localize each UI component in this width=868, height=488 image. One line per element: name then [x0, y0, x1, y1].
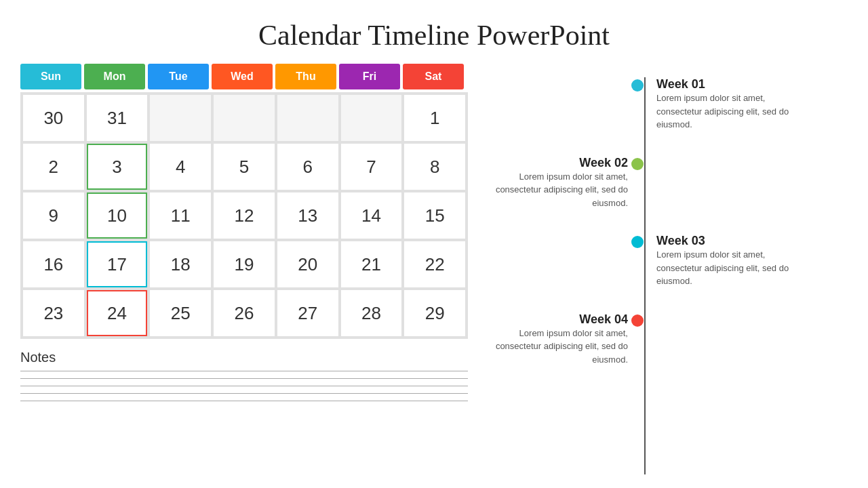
- calendar-cell[interactable]: 8: [404, 144, 465, 190]
- calendar-cell[interactable]: 10: [87, 192, 148, 239]
- notes-lines: [20, 371, 468, 401]
- timeline-dot: [631, 314, 644, 327]
- calendar-grid: 3031123456789101112131415161718192021222…: [20, 92, 468, 339]
- calendar-cell[interactable]: [150, 95, 211, 141]
- calendar-cell[interactable]: [277, 95, 338, 141]
- page-title: Calendar Timeline PowerPoint: [0, 0, 868, 64]
- right-section: Week 01Lorem ipsum dolor sit amet, conse…: [481, 64, 848, 488]
- calendar-cell[interactable]: 25: [150, 290, 211, 336]
- calendar-cell[interactable]: [341, 95, 402, 141]
- calendar-cell[interactable]: 28: [341, 290, 402, 336]
- calendar-cell[interactable]: 3: [87, 144, 148, 190]
- timeline-item: Week 02Lorem ipsum dolor sit amet, conse…: [495, 156, 848, 210]
- calendar-cell[interactable]: 1: [404, 95, 465, 141]
- notes-label: Notes: [20, 350, 468, 365]
- calendar-cell[interactable]: 11: [150, 192, 211, 239]
- timeline-week-label: Week 02: [495, 156, 628, 170]
- calendar-cell[interactable]: 4: [150, 144, 211, 190]
- calendar-cell[interactable]: 7: [341, 144, 402, 190]
- calendar-cell[interactable]: 6: [277, 144, 338, 190]
- calendar-cell[interactable]: 13: [277, 192, 338, 239]
- timeline-item: Week 03Lorem ipsum dolor sit amet, conse…: [495, 234, 848, 288]
- calendar-cell[interactable]: 5: [214, 144, 275, 190]
- timeline-description: Lorem ipsum dolor sit amet, consectetur …: [656, 92, 792, 131]
- timeline-text: Week 03Lorem ipsum dolor sit amet, conse…: [650, 234, 792, 288]
- left-section: Sun Mon Tue Wed Thu Fri Sat 303112345678…: [20, 64, 468, 488]
- timeline-text: Week 01Lorem ipsum dolor sit amet, conse…: [650, 77, 792, 131]
- notes-line: [20, 386, 468, 386]
- calendar-cell[interactable]: [214, 95, 275, 141]
- calendar-cell[interactable]: 31: [87, 95, 148, 141]
- day-header-sun: Sun: [20, 64, 81, 89]
- notes-line: [20, 378, 468, 379]
- timeline-description: Lorem ipsum dolor sit amet, consectetur …: [495, 170, 628, 210]
- calendar-cell[interactable]: 12: [214, 192, 275, 239]
- timeline-text: Week 04Lorem ipsum dolor sit amet, conse…: [495, 312, 637, 367]
- calendar-cell[interactable]: 21: [341, 241, 402, 287]
- timeline-week-label: Week 01: [656, 77, 792, 92]
- timeline-container: Week 01Lorem ipsum dolor sit amet, conse…: [495, 64, 848, 488]
- calendar-cell[interactable]: 23: [23, 290, 84, 336]
- calendar-cell[interactable]: 30: [23, 95, 84, 141]
- calendar-cell[interactable]: 24: [87, 290, 148, 336]
- calendar-cell[interactable]: 19: [214, 241, 275, 287]
- notes-line: [20, 393, 468, 394]
- day-header-thu: Thu: [275, 64, 336, 89]
- notes-line: [20, 401, 468, 401]
- notes-section: Notes: [20, 350, 468, 401]
- timeline-item: Week 01Lorem ipsum dolor sit amet, conse…: [495, 77, 848, 131]
- day-header-fri: Fri: [339, 64, 400, 89]
- day-header-mon: Mon: [84, 64, 145, 89]
- timeline-dot: [631, 79, 644, 92]
- timeline-text: Week 02Lorem ipsum dolor sit amet, conse…: [495, 156, 637, 210]
- calendar-cell[interactable]: 9: [23, 192, 84, 239]
- calendar-cell[interactable]: 17: [87, 241, 148, 287]
- calendar-cell[interactable]: 15: [404, 192, 465, 239]
- timeline-item: Week 04Lorem ipsum dolor sit amet, conse…: [495, 312, 848, 367]
- timeline-dot: [631, 158, 644, 170]
- calendar-cell[interactable]: 20: [277, 241, 338, 287]
- day-header-sat: Sat: [403, 64, 464, 89]
- day-header-wed: Wed: [212, 64, 273, 89]
- calendar-cell[interactable]: 27: [277, 290, 338, 336]
- calendar-cell[interactable]: 26: [214, 290, 275, 336]
- calendar-cell[interactable]: 18: [150, 241, 211, 287]
- day-headers: Sun Mon Tue Wed Thu Fri Sat: [20, 64, 468, 89]
- main-content: Sun Mon Tue Wed Thu Fri Sat 303112345678…: [0, 64, 868, 488]
- calendar-cell[interactable]: 22: [404, 241, 465, 287]
- notes-line: [20, 371, 468, 371]
- calendar-cell[interactable]: 16: [23, 241, 84, 287]
- calendar-cell[interactable]: 14: [341, 192, 402, 239]
- calendar-cell[interactable]: 29: [404, 290, 465, 336]
- calendar-cell[interactable]: 2: [23, 144, 84, 190]
- timeline-dot: [631, 236, 644, 248]
- timeline-description: Lorem ipsum dolor sit amet, consectetur …: [495, 327, 628, 367]
- timeline-description: Lorem ipsum dolor sit amet, consectetur …: [656, 248, 792, 288]
- day-header-tue: Tue: [148, 64, 209, 89]
- timeline-week-label: Week 03: [656, 234, 792, 248]
- timeline-week-label: Week 04: [495, 312, 628, 327]
